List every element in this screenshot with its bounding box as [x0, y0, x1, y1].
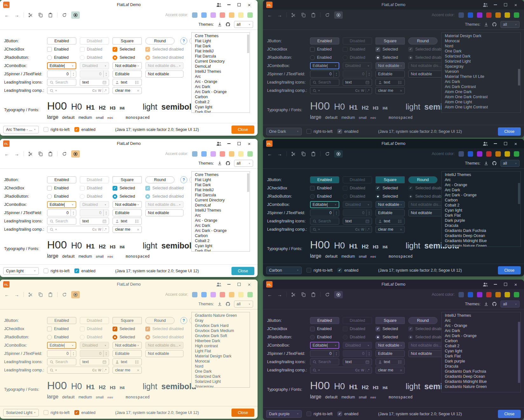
tab[interactable] — [4, 164, 11, 168]
theme-list-item[interactable]: Dracula — [442, 364, 521, 369]
checkbox-selected[interactable]: ✓Selected — [113, 47, 142, 52]
enabled-button[interactable]: Enabled — [310, 176, 339, 183]
list-menu-icon[interactable] — [135, 360, 139, 364]
accent-color-swatch[interactable] — [494, 11, 502, 19]
theme-list-item[interactable]: Hiberbee Dark — [192, 338, 250, 343]
inspect-toggle-button[interactable] — [71, 291, 80, 298]
theme-list-item[interactable]: IntelliJ Themes — [442, 313, 521, 318]
accent-color-swatch[interactable] — [246, 11, 254, 19]
calendar-icon[interactable] — [365, 360, 369, 364]
text-input-user-menu[interactable]: text — [376, 79, 405, 86]
menu-item[interactable] — [276, 3, 282, 6]
forward-button[interactable]: → — [14, 292, 20, 298]
chevron-down-icon[interactable]: ▾ — [55, 369, 57, 372]
square-button[interactable]: Square — [376, 176, 405, 183]
menu-item[interactable] — [38, 283, 45, 286]
checkbox-selected[interactable]: ✓Selected — [376, 47, 405, 52]
maximize-button[interactable] — [234, 0, 244, 9]
theme-list-item[interactable]: Flat Darcula — [192, 54, 250, 59]
search-with-options-input[interactable]: ▾ Cc W .* — [310, 226, 372, 233]
menu-item[interactable] — [19, 142, 25, 145]
theme-list-item[interactable]: Arc - Orange — [442, 182, 521, 187]
minimize-button[interactable] — [224, 139, 234, 148]
accent-color-swatch[interactable] — [485, 150, 493, 158]
menu-item[interactable] — [295, 3, 301, 6]
square-button[interactable]: Square — [113, 37, 142, 44]
copy-icon[interactable] — [300, 151, 307, 157]
editable-combobox[interactable]: Editable ▼ — [47, 201, 76, 208]
tab[interactable] — [39, 304, 46, 309]
editable-textfield[interactable]: Editable — [113, 350, 142, 357]
back-button[interactable]: ← — [267, 292, 273, 298]
minimize-button[interactable] — [224, 280, 234, 289]
tab[interactable] — [18, 25, 25, 30]
tab[interactable] — [302, 304, 309, 309]
cut-icon[interactable] — [28, 12, 34, 18]
download-theme-icon[interactable] — [217, 22, 222, 27]
minimize-button[interactable] — [490, 0, 500, 9]
theme-list-item[interactable]: Carbon — [192, 233, 250, 238]
tab[interactable] — [281, 164, 288, 168]
accent-color-swatch[interactable] — [467, 150, 474, 158]
theme-list-item[interactable]: Arc Dark - Orange — [192, 89, 250, 94]
minimize-button[interactable] — [490, 280, 500, 289]
accent-color-swatch[interactable] — [485, 11, 493, 19]
back-button[interactable]: ← — [4, 292, 10, 298]
menu-item[interactable] — [288, 3, 295, 6]
theme-list-item[interactable]: Core Themes — [192, 172, 250, 177]
clear-me-input[interactable]: clear me × — [113, 87, 142, 94]
text-input-calendar[interactable]: text — [80, 218, 109, 225]
theme-list-item[interactable]: Material Theme UI Lite — [442, 74, 521, 79]
chevron-down-icon[interactable]: ▾ — [55, 228, 57, 231]
theme-list-item[interactable]: Spacegray — [442, 64, 521, 69]
theme-list-item[interactable]: Vuesion — [442, 69, 521, 74]
chevron-down-icon[interactable]: ▾ — [318, 369, 320, 372]
checkbox-enabled[interactable]: Enabled — [47, 47, 76, 52]
tab[interactable] — [32, 164, 39, 168]
text-input-user-menu[interactable]: text — [113, 218, 142, 225]
radio-enabled[interactable]: Enabled — [310, 335, 339, 340]
accent-color-swatch[interactable] — [200, 291, 208, 298]
theme-list-item[interactable]: Gradianto Dark Fuchsia — [442, 369, 521, 374]
theme-list-item[interactable]: IntelliJ Themes — [192, 208, 250, 213]
accent-color-swatch[interactable] — [485, 291, 493, 298]
theme-list-item[interactable]: Flat Light — [192, 38, 250, 44]
radio-enabled[interactable]: Enabled — [47, 335, 76, 340]
accent-color-swatch[interactable] — [494, 150, 502, 158]
whole-word-button[interactable]: W — [361, 227, 364, 231]
menu-item[interactable] — [282, 283, 288, 286]
search-with-options-input[interactable]: ▾ Cc W .* — [47, 367, 109, 374]
theme-combobox[interactable]: Cyan light ▼ — [3, 267, 39, 275]
enabled-checkbox[interactable]: ✓ enabled — [337, 411, 359, 416]
theme-list-item[interactable]: Material Design Dark — [442, 33, 521, 38]
enabled-checkbox[interactable]: ✓ enabled — [74, 127, 96, 132]
maximize-button[interactable] — [234, 280, 244, 289]
menu-item[interactable] — [307, 142, 314, 145]
theme-list-item[interactable]: Atom One Dark — [442, 89, 521, 94]
refresh-icon[interactable] — [324, 12, 330, 18]
whole-word-button[interactable]: W — [98, 89, 101, 92]
tab[interactable] — [32, 304, 39, 309]
theme-list-item[interactable]: Current Directory — [192, 198, 250, 203]
minimize-button[interactable] — [224, 0, 234, 9]
menu-item[interactable] — [13, 283, 19, 286]
tab[interactable] — [11, 304, 18, 309]
theme-list-item[interactable]: Cyan light — [442, 208, 521, 213]
theme-list-item[interactable]: Arc Dark — [192, 223, 250, 228]
search-input[interactable]: Search — [310, 218, 339, 225]
theme-list-item[interactable]: Cobalt 2 — [192, 99, 250, 105]
accent-color-swatch[interactable] — [246, 291, 254, 298]
theme-list-item[interactable]: Nord — [192, 364, 250, 369]
search-input[interactable]: Search — [310, 79, 339, 86]
theme-list-item[interactable]: Dark Flat — [192, 110, 250, 113]
theme-list-item[interactable]: Arc — [442, 177, 521, 182]
forward-button[interactable]: → — [14, 12, 20, 18]
theme-list-item[interactable]: Core Themes — [192, 33, 250, 38]
github-icon[interactable] — [225, 161, 231, 166]
github-icon[interactable] — [225, 22, 231, 27]
clear-icon[interactable]: × — [137, 368, 139, 373]
menu-item[interactable] — [25, 283, 32, 286]
square-button[interactable]: Square — [113, 317, 142, 324]
editable-textfield[interactable]: Editable — [376, 209, 405, 216]
theme-list-item[interactable]: Cyan light — [442, 349, 521, 354]
